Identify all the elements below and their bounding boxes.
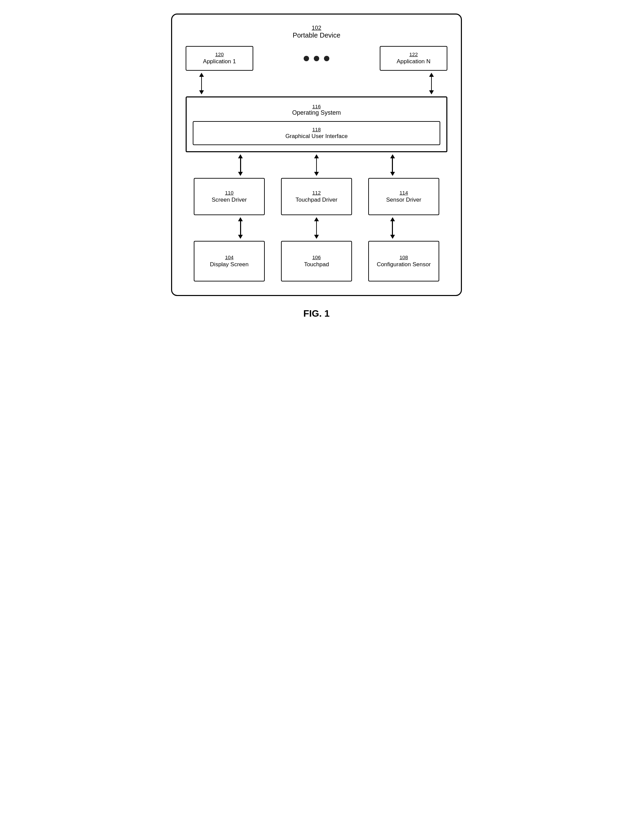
arrow-sensor-driver-config-sensor xyxy=(354,217,430,239)
touchpad-driver-num: 112 xyxy=(312,190,321,196)
arrow-os-screen-driver xyxy=(203,154,279,176)
dot-1 xyxy=(304,56,309,61)
page-container: 102 Portable Device 120 Application 1 12… xyxy=(171,14,462,319)
arrow-head-up-2 xyxy=(429,73,434,77)
hw-row: 104 Display Screen 106 Touchpad 108 Conf… xyxy=(186,241,447,281)
appN-title: Application N xyxy=(384,58,443,65)
arrow-head-up-7 xyxy=(314,217,319,221)
dot-3 xyxy=(324,56,329,61)
config-sensor-box: 108 Configuration Sensor xyxy=(368,241,439,281)
arrow-os-sensor-driver xyxy=(354,154,430,176)
touchpad-col: 106 Touchpad xyxy=(273,241,360,281)
figure-label: FIG. 1 xyxy=(303,308,330,319)
arrow-head-down-7 xyxy=(314,235,319,239)
display-screen-col: 104 Display Screen xyxy=(186,241,273,281)
dot-2 xyxy=(314,56,319,61)
arrow-head-up-8 xyxy=(390,217,395,221)
sensor-driver-col: 114 Sensor Driver xyxy=(360,178,447,215)
arrow-shaft-5 xyxy=(392,158,393,172)
gui-box: 118 Graphical User Interface xyxy=(193,121,440,145)
os-title: Operating System xyxy=(292,109,341,116)
app1-box: 120 Application 1 xyxy=(186,46,253,71)
touchpad-driver-title: Touchpad Driver xyxy=(296,196,337,204)
touchpad-title: Touchpad xyxy=(304,261,329,268)
app1-title: Application 1 xyxy=(190,58,249,65)
sensor-driver-title: Sensor Driver xyxy=(386,196,421,204)
sensor-driver-num: 114 xyxy=(399,190,408,196)
apps-row: 120 Application 1 122 Application N xyxy=(186,46,447,71)
bidirectional-arrow-right xyxy=(390,154,395,176)
bidirectional-arrow-center xyxy=(314,154,319,176)
arrow-os-touchpad-driver xyxy=(279,154,355,176)
bidirectional-arrow-center-2 xyxy=(314,217,319,239)
arrow-shaft-8 xyxy=(392,221,393,235)
config-sensor-title: Configuration Sensor xyxy=(377,261,431,268)
gui-num: 118 xyxy=(197,126,436,132)
app1-num: 120 xyxy=(190,51,249,57)
arrow-head-down-3 xyxy=(238,172,243,176)
bidirectional-arrow-left-2 xyxy=(238,217,243,239)
display-screen-title: Display Screen xyxy=(210,261,249,268)
touchpad-driver-col: 112 Touchpad Driver xyxy=(273,178,360,215)
os-to-drivers-arrows xyxy=(186,154,447,176)
arrow-head-up-6 xyxy=(238,217,243,221)
arrow-shaft-4 xyxy=(316,158,317,172)
touchpad-box: 106 Touchpad xyxy=(281,241,352,281)
arrow-appN-os xyxy=(429,73,434,95)
gui-title: Graphical User Interface xyxy=(285,133,348,139)
arrow-head-down-5 xyxy=(390,172,395,176)
touchpad-driver-box: 112 Touchpad Driver xyxy=(281,178,352,215)
drivers-row: 110 Screen Driver 112 Touchpad Driver 11… xyxy=(186,178,447,215)
diagram-outer: 102 Portable Device 120 Application 1 12… xyxy=(171,14,462,296)
config-sensor-num: 108 xyxy=(399,254,408,260)
portable-device-title: Portable Device xyxy=(293,32,340,39)
arrow-shaft-6 xyxy=(240,221,241,235)
arrow-head-down-8 xyxy=(390,235,395,239)
arrow-screen-driver-display xyxy=(203,217,279,239)
arrow-head-down-2 xyxy=(429,90,434,95)
portable-device-header: 102 Portable Device xyxy=(186,25,447,39)
appN-num: 122 xyxy=(384,51,443,57)
appN-box: 122 Application N xyxy=(380,46,447,71)
arrow-head-up-4 xyxy=(314,154,319,158)
apps-to-os-arrows xyxy=(186,73,447,95)
arrow-head-down-6 xyxy=(238,235,243,239)
os-block: 116 Operating System 118 Graphical User … xyxy=(186,96,447,152)
touchpad-num: 106 xyxy=(312,254,321,260)
screen-driver-title: Screen Driver xyxy=(212,196,247,204)
arrow-shaft-2 xyxy=(431,77,432,90)
portable-device-num: 102 xyxy=(186,25,447,32)
bidirectional-arrow-right-2 xyxy=(390,217,395,239)
dots-container xyxy=(253,56,380,61)
arrow-head-down-1 xyxy=(199,90,204,95)
arrow-app1-os xyxy=(199,73,204,95)
screen-driver-box: 110 Screen Driver xyxy=(194,178,265,215)
screen-driver-num: 110 xyxy=(225,190,233,196)
arrow-shaft-7 xyxy=(316,221,317,235)
os-header: 116 Operating System xyxy=(193,104,440,116)
arrow-shaft-3 xyxy=(240,158,241,172)
os-num: 116 xyxy=(193,104,440,109)
arrow-head-down-4 xyxy=(314,172,319,176)
bidirectional-arrow-left xyxy=(238,154,243,176)
config-sensor-col: 108 Configuration Sensor xyxy=(360,241,447,281)
drivers-to-hw-arrows xyxy=(186,217,447,239)
display-screen-num: 104 xyxy=(225,254,233,260)
arrow-touchpad-driver-touchpad xyxy=(279,217,355,239)
screen-driver-col: 110 Screen Driver xyxy=(186,178,273,215)
arrow-shaft-1 xyxy=(201,77,202,90)
arrow-head-up-3 xyxy=(238,154,243,158)
arrow-head-up-1 xyxy=(199,73,204,77)
sensor-driver-box: 114 Sensor Driver xyxy=(368,178,439,215)
arrow-head-up-5 xyxy=(390,154,395,158)
display-screen-box: 104 Display Screen xyxy=(194,241,265,281)
